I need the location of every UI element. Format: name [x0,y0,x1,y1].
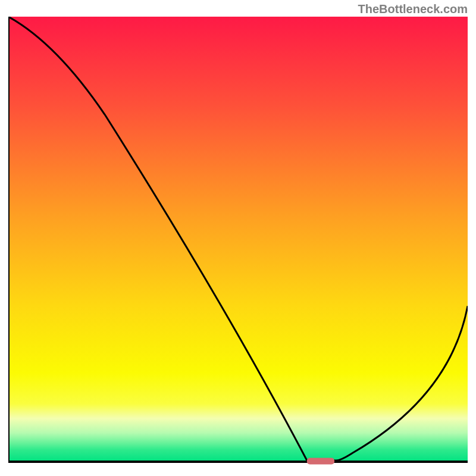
optimal-marker [307,458,334,465]
bottleneck-chart [8,17,468,469]
watermark-text: TheBottleneck.com [358,2,468,16]
chart-background [8,17,468,462]
